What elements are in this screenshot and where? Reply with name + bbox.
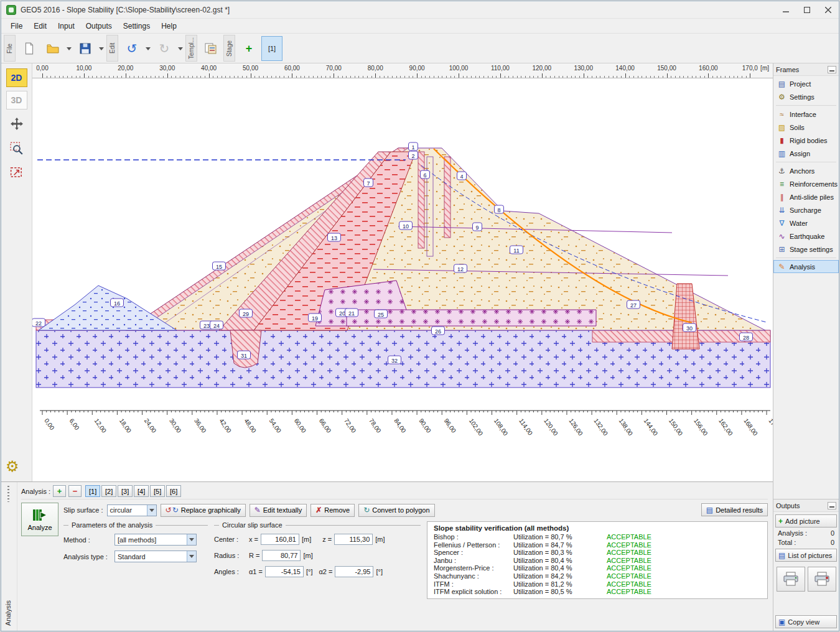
zoom-window-icon [10,167,24,180]
ruler-top-label: 140,00 [615,65,635,72]
add-picture-button[interactable]: + Add picture [775,514,837,527]
center-x-field[interactable]: 160,81 [261,534,299,545]
frames-item-stage-settings[interactable]: ⊞Stage settings [773,243,839,256]
close-button[interactable] [818,2,839,17]
analysis-tab-3[interactable]: [3] [118,485,133,497]
frames-item-anchors[interactable]: ⚓Anchors [773,164,839,177]
pan-tool-button[interactable] [6,113,28,134]
zoom-window-tool-button[interactable] [6,163,28,184]
frames-item-anti-slide-piles[interactable]: ∥Anti-slide piles [773,190,839,203]
chevron-down-icon [147,505,156,516]
title-bar: GEO5 2016 - Slope Stability [C:\Slope-St… [1,1,839,19]
redo-caret[interactable] [177,36,184,61]
maximize-button[interactable] [796,2,818,17]
frames-item-assign[interactable]: ▥Assign [773,147,839,160]
redo-button[interactable]: ↻ [153,36,175,61]
alpha1-field[interactable]: -54,15 [265,566,304,577]
replace-graphically-icon: ↺ [166,506,172,514]
view-3d-button[interactable]: 3D [6,91,27,109]
frames-item-label: Surcharge [790,207,821,214]
copy-view-button[interactable]: ▣ Copy view [775,615,837,628]
analysis-tabs: [1][2][3][4][5][6] [84,485,181,497]
undo-caret[interactable] [144,36,152,61]
analysis-tab-2[interactable]: [2] [101,485,116,497]
outputs-panel-header: Outputs [773,500,839,512]
analysis-side-tab[interactable]: Analysis [4,600,12,626]
slip-surface-select[interactable]: circular [107,504,157,516]
frames-panel-header: Frames [773,63,839,76]
menu-settings[interactable]: Settings [118,20,156,32]
outputs-minimize-icon[interactable] [828,502,836,509]
outputs-title: Outputs [776,502,800,509]
frames-item-water[interactable]: ∇Water [773,216,839,230]
drawing-canvas[interactable]: [m] 0,0010,0020,0030,0040,0050,0060,0070… [32,63,773,481]
ruler-top-label: 120,00 [533,65,552,72]
frames-item-interface[interactable]: ≈Interface [773,108,839,121]
frames-item-project[interactable]: ▤Project [773,77,839,90]
svg-text:48,00: 48,00 [243,417,258,434]
open-file-button[interactable] [42,36,64,61]
view-2d-button[interactable]: 2D [6,68,27,87]
frames-item-surcharge[interactable]: ⇊Surcharge [773,203,839,216]
frames-item-soils[interactable]: ▨Soils [773,121,839,134]
app-window: GEO5 2016 - Slope Stability [C:\Slope-St… [1,1,839,631]
stage-1-button[interactable]: [1] [261,36,282,61]
analysis-type-select[interactable]: Standard [114,551,197,562]
convert-to-polygon-button[interactable]: ↻ Convert to polygon [358,504,434,517]
left-tool-strip: 2D 3D ⚙ [1,63,32,481]
frames-item-settings[interactable]: ⚙Settings [773,90,839,103]
drawing-settings-gear-icon[interactable]: ⚙ [6,458,19,475]
analysis-tab-6[interactable]: [6] [166,485,181,497]
svg-text:11: 11 [513,248,519,254]
undo-button[interactable]: ↺ [121,36,143,61]
open-file-caret[interactable] [65,36,73,61]
ruler-top-label: 50,00 [243,65,258,72]
frames-minimize-icon[interactable] [828,66,836,73]
replace-graphically-button[interactable]: ↺↻ Replace graphically [161,504,246,517]
detailed-results-button[interactable]: ▤ Detailed results [701,503,768,516]
remove-analysis-button[interactable]: − [68,485,82,497]
app-icon [6,5,16,15]
analyze-button[interactable]: Analyze [21,503,58,536]
svg-text:18,00: 18,00 [118,417,133,434]
analysis-tab-1[interactable]: [1] [85,485,100,497]
list-of-pictures-button[interactable]: ▤ List of pictures [775,549,837,562]
x-label: x = [249,536,258,543]
method-select[interactable]: [all methods] [114,534,197,546]
menu-edit[interactable]: Edit [28,20,52,32]
radius-field[interactable]: 80,77 [262,550,301,561]
svg-text:84,00: 84,00 [393,417,408,434]
frames-item-earthquake[interactable]: ∿Earthquake [773,230,839,243]
edit-textually-button[interactable]: ✎ Edit textually [250,504,307,517]
zoom-tool-button[interactable] [6,138,28,159]
copy-picture-button[interactable] [200,36,222,61]
panel-grip[interactable] [7,486,9,502]
menu-input[interactable]: Input [52,20,80,32]
print-button[interactable] [777,567,805,592]
svg-text:16: 16 [114,300,120,307]
result-row: Morgenstern-Price :Utilization = 80,4 %A… [434,564,761,572]
save-caret[interactable] [98,36,105,61]
alpha2-field[interactable]: -2,95 [335,566,373,577]
remove-button[interactable]: ✗ Remove [310,504,355,517]
center-z-field[interactable]: 115,30 [334,534,373,545]
svg-text:42,00: 42,00 [218,417,233,434]
save-button[interactable] [74,36,96,61]
menu-file[interactable]: File [5,20,28,32]
minimize-button[interactable] [775,2,796,17]
menu-help[interactable]: Help [156,20,182,32]
ruler-top-label: 60,00 [284,65,300,72]
analysis-tab-5[interactable]: [5] [150,485,165,497]
print-settings-button[interactable] [808,567,836,592]
add-stage-button[interactable]: + [238,36,260,61]
add-analysis-button[interactable]: + [53,485,66,497]
frames-item-analysis[interactable]: ✎Analysis [773,260,839,273]
anchor-icon: ⚓ [777,167,786,175]
analysis-tab-4[interactable]: [4] [134,485,149,497]
menu-outputs[interactable]: Outputs [80,20,118,32]
svg-text:9: 9 [475,225,478,231]
frames-item-reinforcements[interactable]: ≡Reinforcements [773,177,839,190]
frames-item-rigid-bodies[interactable]: ▮Rigid bodies [773,134,839,147]
new-file-button[interactable] [18,36,40,61]
detailed-results-icon: ▤ [706,506,713,514]
